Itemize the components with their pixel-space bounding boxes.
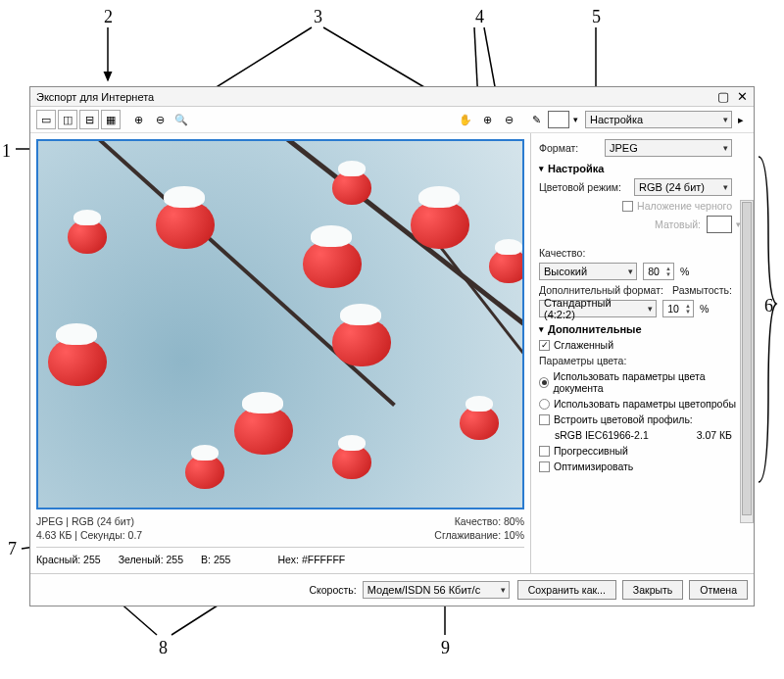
zoom-in2-icon[interactable]: ⊕ <box>477 110 497 129</box>
subformat-label: Дополнительный формат: <box>539 284 663 296</box>
pan-hand-icon[interactable]: ✋ <box>456 110 475 129</box>
preview-image[interactable] <box>36 139 524 509</box>
callout-6: 6 <box>764 296 773 316</box>
overlay-black-check: Наложение черного <box>622 200 732 212</box>
cancel-button[interactable]: Отмена <box>689 580 748 600</box>
info-smoothing: Сглаживание: 10% <box>434 529 524 541</box>
preview-info: JPEG | RGB (24 бит) 4.63 КБ | Секунды: 0… <box>36 509 524 541</box>
quality-preset-select[interactable]: Высокий <box>539 263 637 280</box>
info-mode: JPEG | RGB (24 бит) <box>36 515 142 527</box>
preset-select-label: Настройка <box>590 114 643 125</box>
save-as-button[interactable]: Сохранить как... <box>517 580 616 600</box>
zoom-fit-icon[interactable]: 🔍 <box>172 110 191 129</box>
callout-4: 4 <box>475 7 484 27</box>
antialiased-check[interactable]: ✓Сглаженный <box>539 339 613 351</box>
colormode-select[interactable]: RGB (24 бит) <box>634 178 732 196</box>
close-x-button[interactable]: ✕ <box>737 89 748 104</box>
section-advanced[interactable]: Дополнительные <box>539 323 746 335</box>
progressive-check[interactable]: Прогрессивный <box>539 445 628 457</box>
color-readout: Красный: 255 Зеленый: 255 B: 255 Hex: #F… <box>36 547 524 567</box>
quality-spinner[interactable]: 80 ▲▼ <box>643 263 674 280</box>
blur-spinner[interactable]: 10 ▲▼ <box>662 300 694 317</box>
profile-size: 3.07 КБ <box>697 429 732 441</box>
section-settings[interactable]: Настройка <box>539 163 746 174</box>
view-split-h-icon[interactable]: ⊟ <box>79 110 99 129</box>
dialog-title: Экспорт для Интернета <box>36 91 154 103</box>
toolbar: ▭ ◫ ⊟ ▦ ⊕ ⊖ 🔍 ✋ ⊕ ⊖ ✎ Настройка ▸ <box>30 107 754 133</box>
view-split-v-icon[interactable]: ◫ <box>58 110 77 129</box>
speed-select[interactable]: Модем/ISDN 56 Кбит/с <box>363 581 510 599</box>
optimize-check[interactable]: Оптимизировать <box>539 461 633 472</box>
callout-3: 3 <box>314 7 322 27</box>
subformat-select[interactable]: Стандартный (4:2:2) <box>539 300 657 317</box>
format-select[interactable]: JPEG <box>605 139 732 157</box>
close-button[interactable]: Закрыть <box>622 580 683 600</box>
zoom-out2-icon[interactable]: ⊖ <box>499 110 518 129</box>
profile-name: sRGB IEC61966-2.1 <box>555 429 649 441</box>
minimize-button[interactable]: ▢ <box>717 89 729 104</box>
quality-label: Качество: <box>539 247 585 259</box>
preset-select[interactable]: Настройка <box>585 111 732 128</box>
view-quad-icon[interactable]: ▦ <box>101 110 121 129</box>
settings-panel: Формат: JPEG Настройка Цветовой режим: R… <box>530 133 754 573</box>
callout-2: 2 <box>104 7 113 27</box>
callout-1: 1 <box>2 141 11 162</box>
view-single-icon[interactable]: ▭ <box>36 110 56 129</box>
embed-profile-check[interactable]: Встроить цветовой профиль: <box>539 413 693 425</box>
callout-9: 9 <box>441 638 450 658</box>
use-doc-radio[interactable]: Использовать параметры цвета документа <box>539 370 746 394</box>
callout-7: 7 <box>8 539 17 559</box>
format-label: Формат: <box>539 142 578 154</box>
zoom-in-icon[interactable]: ⊕ <box>128 110 148 129</box>
matte-color-chip <box>707 216 732 233</box>
eyedropper-icon[interactable]: ✎ <box>526 110 546 129</box>
matte-label: Матовый: <box>655 218 701 230</box>
export-dialog: Экспорт для Интернета ▢ ✕ ▭ ◫ ⊟ ▦ ⊕ ⊖ 🔍 … <box>29 86 755 606</box>
callout-5: 5 <box>592 7 601 27</box>
colormode-label: Цветовой режим: <box>539 181 621 193</box>
preview-column: JPEG | RGB (24 бит) 4.63 КБ | Секунды: 0… <box>30 133 530 573</box>
picked-color-chip[interactable] <box>548 111 569 128</box>
colorparams-label: Параметры цвета: <box>539 355 626 366</box>
callout-8: 8 <box>159 638 168 658</box>
settings-scrollbar[interactable] <box>740 200 754 523</box>
preset-menu-caret[interactable]: ▸ <box>734 112 748 128</box>
zoom-out-icon[interactable]: ⊖ <box>150 110 170 129</box>
info-quality: Качество: 80% <box>434 515 524 527</box>
blur-label: Размытость: <box>672 284 732 296</box>
titlebar: Экспорт для Интернета ▢ ✕ <box>30 87 754 107</box>
info-size-time: 4.63 КБ | Секунды: 0.7 <box>36 529 142 541</box>
speed-label: Скорость: <box>309 584 356 596</box>
dialog-footer: Скорость: Модем/ISDN 56 Кбит/с Сохранить… <box>30 573 754 606</box>
use-proof-radio[interactable]: Использовать параметры цветопробы <box>539 398 736 410</box>
